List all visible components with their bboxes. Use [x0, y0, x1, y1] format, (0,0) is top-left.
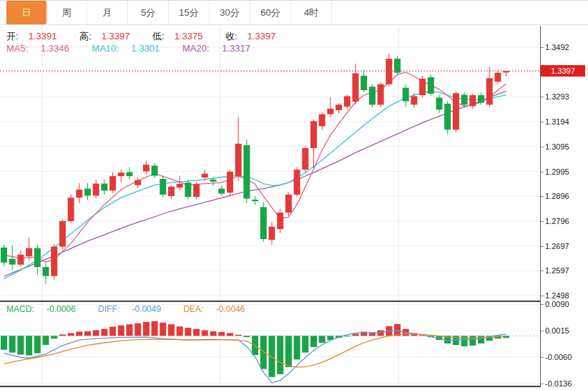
- candle: [344, 96, 351, 107]
- macd-bar: [68, 333, 74, 336]
- candle: [152, 166, 158, 176]
- candle: [294, 170, 300, 195]
- candle: [319, 114, 325, 127]
- candle: [494, 73, 501, 82]
- candle: [101, 184, 107, 191]
- macd-bar: [1, 336, 7, 350]
- macd-bar: [202, 331, 208, 336]
- candle: [168, 187, 175, 196]
- axis-label: 1.2796: [545, 216, 569, 226]
- axis-tick-mark: [540, 97, 544, 97]
- candle: [310, 121, 317, 148]
- macd-bar: [177, 326, 183, 336]
- macd-bar: [235, 335, 242, 336]
- candlestick-panel[interactable]: [0, 26, 540, 301]
- axis-label: 1.2995: [545, 167, 569, 177]
- macd-bar: [51, 336, 57, 338]
- axis-label: -0.0136: [545, 379, 572, 387]
- tab-60min[interactable]: 60分: [250, 1, 291, 24]
- candle: [252, 200, 258, 201]
- candle: [59, 221, 66, 247]
- candle: [68, 198, 74, 221]
- axis-tick-mark: [540, 221, 544, 222]
- candle: [43, 267, 49, 276]
- axis-label: -0.0060: [545, 352, 572, 362]
- axis-tick-mark: [540, 47, 544, 48]
- candle: [269, 227, 275, 240]
- candle: [353, 73, 359, 102]
- candle: [302, 148, 308, 170]
- kline-chart-app: 日周月5分15分30分60分4时 开:1.3391 高:1.3397 低:1.3…: [0, 0, 588, 390]
- macd-bar: [93, 331, 99, 336]
- candlestick-chart[interactable]: [0, 26, 540, 301]
- candle: [461, 94, 468, 104]
- macd-bar: [302, 336, 308, 352]
- candle: [478, 95, 484, 103]
- macd-bar: [43, 336, 49, 345]
- candle: [143, 165, 150, 171]
- macd-bar: [34, 336, 41, 353]
- candle: [34, 248, 41, 268]
- last-price-tag: 1.3397: [541, 65, 585, 77]
- macd-bar: [26, 336, 32, 355]
- macd-bar: [344, 336, 351, 336]
- macd-bar: [260, 336, 267, 369]
- candle: [335, 104, 342, 110]
- macd-bar: [118, 326, 124, 336]
- candle: [109, 176, 116, 190]
- candle: [177, 184, 183, 187]
- candle: [277, 213, 283, 229]
- tab-month[interactable]: 月: [87, 1, 128, 24]
- candle: [361, 76, 367, 90]
- axis-label: 1.2597: [545, 265, 569, 276]
- axis-label: 1.3095: [545, 142, 569, 152]
- macd-bar: [76, 332, 82, 336]
- tab-4hour[interactable]: 4时: [291, 1, 332, 24]
- candle: [260, 207, 267, 239]
- candle: [202, 174, 208, 178]
- macd-bar: [243, 336, 250, 337]
- candle: [369, 87, 376, 104]
- candle: [436, 98, 443, 110]
- macd-bar: [152, 321, 158, 336]
- candle: [378, 84, 384, 105]
- macd-chart[interactable]: [0, 302, 540, 384]
- candle: [218, 189, 225, 194]
- tab-day[interactable]: 日: [6, 1, 46, 24]
- macd-bar: [168, 324, 175, 336]
- axis-label: 1.3194: [545, 117, 569, 127]
- tab-bar: 日周月5分15分30分60分4时: [0, 0, 588, 25]
- candle: [411, 96, 417, 104]
- macd-bar: [294, 336, 300, 359]
- candle: [227, 172, 233, 192]
- tab-5min[interactable]: 5分: [128, 1, 169, 24]
- candle: [469, 95, 476, 106]
- macd-bar: [218, 332, 225, 336]
- candle: [403, 88, 409, 102]
- candle: [235, 144, 242, 176]
- macd-panel[interactable]: [0, 301, 540, 387]
- tab-week[interactable]: 周: [46, 1, 87, 24]
- macd-bar: [478, 336, 484, 343]
- tab-15min[interactable]: 15分: [169, 1, 210, 24]
- axis-tick-mark: [540, 246, 544, 247]
- axis-label: 0.0015: [545, 326, 569, 336]
- axis-tick-mark: [540, 147, 544, 147]
- macd-bar: [227, 333, 233, 336]
- macd-bar: [127, 324, 133, 336]
- tab-30min[interactable]: 30分: [210, 1, 250, 24]
- candle: [428, 77, 434, 94]
- candle: [93, 184, 99, 196]
- candle: [386, 59, 392, 84]
- candle: [243, 145, 250, 199]
- price-axis: 1.3397 1.34921.32931.31941.30951.29951.2…: [540, 26, 588, 387]
- axis-tick-mark: [540, 384, 544, 384]
- macd-bar: [101, 329, 107, 336]
- macd-bar: [353, 333, 359, 336]
- axis-tick-mark: [540, 357, 544, 358]
- axis-label: 1.3293: [545, 92, 569, 102]
- axis-label: 1.3492: [545, 42, 569, 52]
- candle: [486, 78, 493, 104]
- candle: [193, 184, 200, 197]
- axis-label: 0.0090: [545, 299, 569, 309]
